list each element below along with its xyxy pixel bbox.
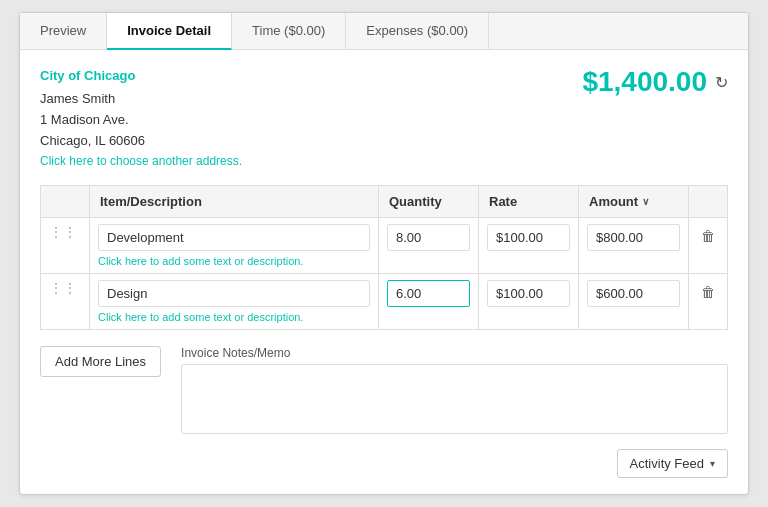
drag-handle-1[interactable]: ⋮⋮ xyxy=(49,224,81,240)
amount-input-2[interactable] xyxy=(587,280,680,307)
activity-feed-button[interactable]: Activity Feed ▾ xyxy=(617,449,728,478)
change-address-link[interactable]: Click here to choose another address. xyxy=(40,152,242,171)
notes-label: Invoice Notes/Memo xyxy=(181,346,728,360)
th-quantity: Quantity xyxy=(379,185,479,217)
chevron-down-icon: ▾ xyxy=(710,458,715,469)
item-input-2[interactable] xyxy=(98,280,370,307)
th-item: Item/Description xyxy=(90,185,379,217)
client-name: James Smith xyxy=(40,89,242,110)
th-drag xyxy=(41,185,90,217)
th-amount-label: Amount xyxy=(589,194,638,209)
total-block: $1,400.00 ↻ xyxy=(582,66,728,98)
sort-icon[interactable]: ∨ xyxy=(642,196,649,207)
delete-row-2[interactable]: 🗑 xyxy=(697,280,719,304)
invoice-container: Preview Invoice Detail Time ($0.00) Expe… xyxy=(19,12,749,494)
notes-section: Invoice Notes/Memo xyxy=(181,346,728,437)
amount-input-1[interactable] xyxy=(587,224,680,251)
refresh-icon[interactable]: ↻ xyxy=(715,73,728,92)
notes-textarea[interactable] xyxy=(181,364,728,434)
activity-row: Activity Feed ▾ xyxy=(40,449,728,478)
add-desc-link-1[interactable]: Click here to add some text or descripti… xyxy=(98,255,370,267)
tab-expenses[interactable]: Expenses ($0.00) xyxy=(346,13,489,50)
qty-input-2[interactable] xyxy=(387,280,470,307)
delete-row-1[interactable]: 🗑 xyxy=(697,224,719,248)
client-company: City of Chicago xyxy=(40,66,242,87)
tab-invoice-detail[interactable]: Invoice Detail xyxy=(107,13,232,50)
add-lines-button[interactable]: Add More Lines xyxy=(40,346,161,377)
th-amount: Amount ∨ xyxy=(579,185,689,217)
drag-handle-2[interactable]: ⋮⋮ xyxy=(49,280,81,296)
qty-input-1[interactable] xyxy=(387,224,470,251)
activity-feed-label: Activity Feed xyxy=(630,456,704,471)
tab-bar: Preview Invoice Detail Time ($0.00) Expe… xyxy=(20,13,748,50)
tab-preview[interactable]: Preview xyxy=(20,13,107,50)
add-desc-link-2[interactable]: Click here to add some text or descripti… xyxy=(98,311,370,323)
rate-input-2[interactable] xyxy=(487,280,570,307)
th-rate: Rate xyxy=(479,185,579,217)
total-amount: $1,400.00 xyxy=(582,66,707,98)
client-city-state-zip: Chicago, IL 60606 xyxy=(40,131,242,152)
table-row: ⋮⋮ Click here to add some text or descri… xyxy=(41,273,728,329)
client-address1: 1 Madison Ave. xyxy=(40,110,242,131)
th-delete xyxy=(689,185,728,217)
item-input-1[interactable] xyxy=(98,224,370,251)
top-row: City of Chicago James Smith 1 Madison Av… xyxy=(40,66,728,170)
table-row: ⋮⋮ Click here to add some text or descri… xyxy=(41,217,728,273)
bottom-row: Add More Lines Invoice Notes/Memo xyxy=(40,346,728,437)
tab-time[interactable]: Time ($0.00) xyxy=(232,13,346,50)
invoice-table: Item/Description Quantity Rate Amount ∨ xyxy=(40,185,728,330)
rate-input-1[interactable] xyxy=(487,224,570,251)
main-content: City of Chicago James Smith 1 Madison Av… xyxy=(20,50,748,493)
address-block: City of Chicago James Smith 1 Madison Av… xyxy=(40,66,242,170)
